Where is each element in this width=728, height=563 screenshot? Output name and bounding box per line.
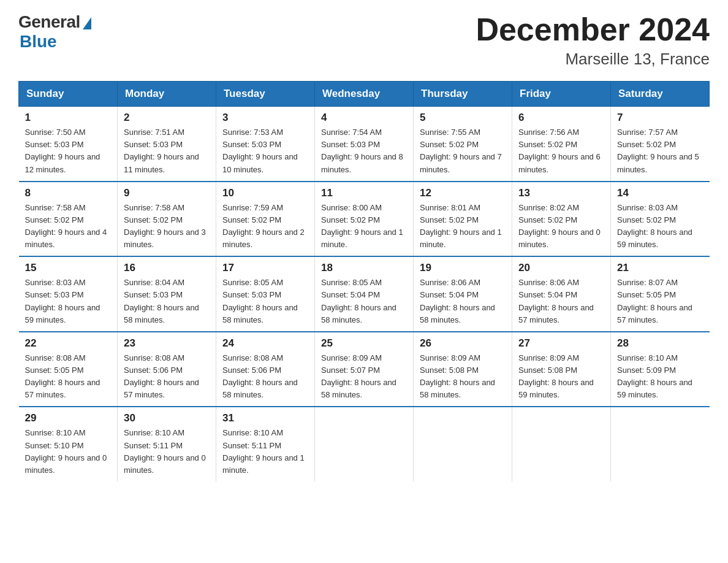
weekday-header-monday: Monday xyxy=(118,82,216,107)
calendar-table: SundayMondayTuesdayWednesdayThursdayFrid… xyxy=(18,81,710,481)
day-info: Sunrise: 7:55 AMSunset: 5:02 PMDaylight:… xyxy=(420,126,506,176)
calendar-cell: 17 Sunrise: 8:05 AMSunset: 5:03 PMDaylig… xyxy=(216,256,315,332)
day-info: Sunrise: 7:51 AMSunset: 5:03 PMDaylight:… xyxy=(124,126,210,176)
calendar-cell: 21 Sunrise: 8:07 AMSunset: 5:05 PMDaylig… xyxy=(611,256,710,332)
calendar-cell: 6 Sunrise: 7:56 AMSunset: 5:02 PMDayligh… xyxy=(512,107,611,182)
day-info: Sunrise: 8:03 AMSunset: 5:03 PMDaylight:… xyxy=(25,277,112,326)
day-number: 7 xyxy=(617,112,703,124)
calendar-cell: 28 Sunrise: 8:10 AMSunset: 5:09 PMDaylig… xyxy=(611,332,710,407)
day-number: 3 xyxy=(222,112,308,124)
weekday-header-sunday: Sunday xyxy=(19,82,118,107)
calendar-cell: 8 Sunrise: 7:58 AMSunset: 5:02 PMDayligh… xyxy=(19,182,118,257)
month-title: December 2024 xyxy=(476,12,710,47)
day-info: Sunrise: 8:06 AMSunset: 5:04 PMDaylight:… xyxy=(518,277,604,326)
day-info: Sunrise: 7:50 AMSunset: 5:03 PMDaylight:… xyxy=(25,126,112,176)
day-number: 2 xyxy=(124,112,210,124)
calendar-cell xyxy=(315,407,414,481)
calendar-cell: 12 Sunrise: 8:01 AMSunset: 5:02 PMDaylig… xyxy=(414,182,512,257)
calendar-cell: 9 Sunrise: 7:58 AMSunset: 5:02 PMDayligh… xyxy=(118,182,216,257)
calendar-cell: 10 Sunrise: 7:59 AMSunset: 5:02 PMDaylig… xyxy=(216,182,315,257)
calendar-cell: 27 Sunrise: 8:09 AMSunset: 5:08 PMDaylig… xyxy=(512,332,611,407)
calendar-week-row: 15 Sunrise: 8:03 AMSunset: 5:03 PMDaylig… xyxy=(19,256,710,332)
day-info: Sunrise: 8:09 AMSunset: 5:08 PMDaylight:… xyxy=(420,352,506,402)
day-number: 28 xyxy=(617,337,703,350)
day-number: 4 xyxy=(321,112,407,124)
weekday-header-saturday: Saturday xyxy=(611,82,710,107)
calendar-week-row: 22 Sunrise: 8:08 AMSunset: 5:05 PMDaylig… xyxy=(19,332,710,407)
day-number: 21 xyxy=(617,262,703,274)
day-number: 5 xyxy=(420,112,506,124)
day-number: 10 xyxy=(222,187,308,199)
day-info: Sunrise: 7:54 AMSunset: 5:03 PMDaylight:… xyxy=(321,126,407,176)
day-number: 23 xyxy=(124,337,210,350)
title-section: December 2024 Marseille 13, France xyxy=(476,12,710,69)
calendar-cell: 7 Sunrise: 7:57 AMSunset: 5:02 PMDayligh… xyxy=(611,107,710,182)
day-number: 9 xyxy=(124,187,210,199)
calendar-cell: 5 Sunrise: 7:55 AMSunset: 5:02 PMDayligh… xyxy=(414,107,512,182)
day-number: 19 xyxy=(420,262,506,274)
day-info: Sunrise: 8:05 AMSunset: 5:04 PMDaylight:… xyxy=(321,277,407,326)
day-number: 26 xyxy=(420,337,506,350)
day-info: Sunrise: 8:08 AMSunset: 5:05 PMDaylight:… xyxy=(25,352,112,402)
day-info: Sunrise: 8:10 AMSunset: 5:09 PMDaylight:… xyxy=(617,352,703,402)
day-number: 15 xyxy=(25,262,112,274)
calendar-cell xyxy=(414,407,512,481)
day-info: Sunrise: 7:53 AMSunset: 5:03 PMDaylight:… xyxy=(222,126,308,176)
calendar-cell: 13 Sunrise: 8:02 AMSunset: 5:02 PMDaylig… xyxy=(512,182,611,257)
calendar-week-row: 8 Sunrise: 7:58 AMSunset: 5:02 PMDayligh… xyxy=(19,182,710,257)
day-info: Sunrise: 8:10 AMSunset: 5:11 PMDaylight:… xyxy=(124,427,210,477)
day-number: 27 xyxy=(518,337,604,350)
day-info: Sunrise: 8:07 AMSunset: 5:05 PMDaylight:… xyxy=(617,277,703,326)
day-info: Sunrise: 8:03 AMSunset: 5:02 PMDaylight:… xyxy=(617,202,703,251)
day-number: 14 xyxy=(617,187,703,199)
calendar-cell: 22 Sunrise: 8:08 AMSunset: 5:05 PMDaylig… xyxy=(19,332,118,407)
day-info: Sunrise: 7:57 AMSunset: 5:02 PMDaylight:… xyxy=(617,126,703,176)
calendar-cell: 23 Sunrise: 8:08 AMSunset: 5:06 PMDaylig… xyxy=(118,332,216,407)
day-info: Sunrise: 7:59 AMSunset: 5:02 PMDaylight:… xyxy=(222,202,308,251)
day-info: Sunrise: 8:10 AMSunset: 5:10 PMDaylight:… xyxy=(25,427,112,477)
day-number: 30 xyxy=(124,412,210,424)
calendar-cell: 14 Sunrise: 8:03 AMSunset: 5:02 PMDaylig… xyxy=(611,182,710,257)
calendar-cell: 1 Sunrise: 7:50 AMSunset: 5:03 PMDayligh… xyxy=(19,107,118,182)
day-number: 16 xyxy=(124,262,210,274)
calendar-week-row: 1 Sunrise: 7:50 AMSunset: 5:03 PMDayligh… xyxy=(19,107,710,182)
day-number: 8 xyxy=(25,187,112,199)
calendar-cell: 16 Sunrise: 8:04 AMSunset: 5:03 PMDaylig… xyxy=(118,256,216,332)
logo-general-text: General xyxy=(18,12,80,32)
weekday-header-friday: Friday xyxy=(512,82,611,107)
day-info: Sunrise: 7:58 AMSunset: 5:02 PMDaylight:… xyxy=(124,202,210,251)
weekday-header-thursday: Thursday xyxy=(414,82,512,107)
logo-blue-text: Blue xyxy=(20,32,57,52)
day-number: 20 xyxy=(518,262,604,274)
day-info: Sunrise: 8:00 AMSunset: 5:02 PMDaylight:… xyxy=(321,202,407,251)
day-info: Sunrise: 8:09 AMSunset: 5:07 PMDaylight:… xyxy=(321,352,407,402)
day-info: Sunrise: 8:09 AMSunset: 5:08 PMDaylight:… xyxy=(518,352,604,402)
day-number: 25 xyxy=(321,337,407,350)
calendar-cell: 18 Sunrise: 8:05 AMSunset: 5:04 PMDaylig… xyxy=(315,256,414,332)
day-number: 22 xyxy=(25,337,112,350)
day-info: Sunrise: 7:56 AMSunset: 5:02 PMDaylight:… xyxy=(518,126,604,176)
day-info: Sunrise: 8:10 AMSunset: 5:11 PMDaylight:… xyxy=(222,427,308,477)
day-number: 1 xyxy=(25,112,112,124)
day-info: Sunrise: 8:04 AMSunset: 5:03 PMDaylight:… xyxy=(124,277,210,326)
day-number: 11 xyxy=(321,187,407,199)
day-number: 29 xyxy=(25,412,112,424)
day-info: Sunrise: 7:58 AMSunset: 5:02 PMDaylight:… xyxy=(25,202,112,251)
location-title: Marseille 13, France xyxy=(476,50,710,69)
calendar-cell: 25 Sunrise: 8:09 AMSunset: 5:07 PMDaylig… xyxy=(315,332,414,407)
calendar-cell: 2 Sunrise: 7:51 AMSunset: 5:03 PMDayligh… xyxy=(118,107,216,182)
day-number: 31 xyxy=(222,412,308,424)
weekday-header-tuesday: Tuesday xyxy=(216,82,315,107)
calendar-cell: 3 Sunrise: 7:53 AMSunset: 5:03 PMDayligh… xyxy=(216,107,315,182)
calendar-cell xyxy=(512,407,611,481)
day-info: Sunrise: 8:08 AMSunset: 5:06 PMDaylight:… xyxy=(124,352,210,402)
day-number: 24 xyxy=(222,337,308,350)
calendar-cell: 15 Sunrise: 8:03 AMSunset: 5:03 PMDaylig… xyxy=(19,256,118,332)
calendar-cell: 29 Sunrise: 8:10 AMSunset: 5:10 PMDaylig… xyxy=(19,407,118,481)
day-info: Sunrise: 8:01 AMSunset: 5:02 PMDaylight:… xyxy=(420,202,506,251)
calendar-cell: 26 Sunrise: 8:09 AMSunset: 5:08 PMDaylig… xyxy=(414,332,512,407)
calendar-week-row: 29 Sunrise: 8:10 AMSunset: 5:10 PMDaylig… xyxy=(19,407,710,481)
day-info: Sunrise: 8:06 AMSunset: 5:04 PMDaylight:… xyxy=(420,277,506,326)
calendar-cell: 4 Sunrise: 7:54 AMSunset: 5:03 PMDayligh… xyxy=(315,107,414,182)
calendar-cell: 24 Sunrise: 8:08 AMSunset: 5:06 PMDaylig… xyxy=(216,332,315,407)
